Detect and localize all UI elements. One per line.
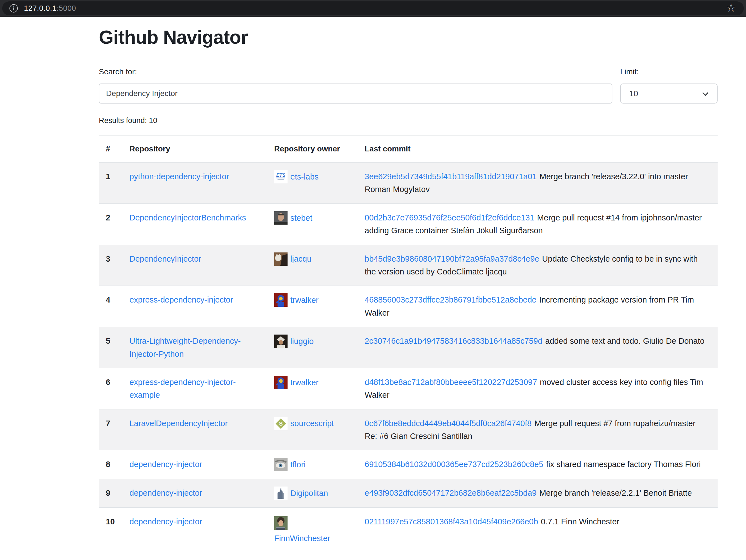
avatar-trwalker-lego-photo-icon — [274, 376, 288, 389]
table-row: 4 express-dependency-injector trwalker 4… — [99, 286, 718, 327]
page-content: Github Navigator Search for: Limit: 10 R… — [0, 17, 746, 553]
table-header-row: # Repository Repository owner Last commi… — [99, 136, 718, 163]
search-input[interactable] — [99, 84, 612, 104]
owner-link[interactable]: ets-labs — [290, 170, 319, 183]
repository-link[interactable]: python-dependency-injector — [130, 172, 229, 181]
owner-link[interactable]: trwalker — [290, 376, 319, 389]
commit-message: fix shared namespace factory Thomas Flor… — [546, 460, 701, 469]
table-row: 3 DependencyInjector ljacqu bb45d9e3b986… — [99, 245, 718, 286]
commit-hash-link[interactable]: bb45d9e3b98608047190bf72a95fa9a37d8c4e9e — [365, 255, 539, 263]
table-row: 2 DependencyInjectorBenchmarks stebet 00… — [99, 203, 718, 245]
limit-label: Limit: — [620, 67, 718, 76]
site-info-icon[interactable]: i — [9, 4, 18, 12]
repository-link[interactable]: express-dependency-injector-example — [130, 378, 236, 400]
owner-link[interactable]: FinnWinchester — [274, 534, 330, 543]
commit-hash-link[interactable]: 3ee629eb5d7349d55f41b119aff81dd219071a01 — [365, 172, 537, 181]
avatar-ets-labs-logo-icon: ETS — [274, 170, 288, 183]
repositories-table: # Repository Repository owner Last commi… — [99, 136, 718, 553]
commit-hash-link[interactable]: 2c30746c1a91b4947583416c833b1644a85c759d — [365, 336, 543, 346]
commit-hash-link[interactable]: 02111997e57c85801368f43a10d45f409e266e0b — [365, 517, 538, 526]
repository-link[interactable]: LaravelDependencyInjector — [130, 419, 228, 428]
column-header-repository: Repository — [130, 136, 274, 163]
commit-hash-link[interactable]: d48f13be8ac712abf80bbeeee5f120227d253097 — [365, 378, 537, 387]
avatar-trwalker-lego-photo-icon — [274, 293, 288, 307]
page-title: Github Navigator — [99, 26, 718, 48]
avatar-stebet-photo-icon — [274, 211, 288, 225]
table-row: 10 dependency-injector FinnWinchester 02… — [99, 508, 718, 553]
commit-hash-link[interactable]: 00d2b3c7e76935d76f25ee50f6d1f2ef6ddce131 — [365, 213, 535, 222]
owner-link[interactable]: trwalker — [290, 294, 319, 306]
url-text: 127.0.0.1:5000 — [24, 4, 76, 13]
table-row: 8 dependency-injector tflori 69105384b61… — [99, 450, 718, 479]
avatar-finnwinchester-photo-icon — [274, 516, 288, 530]
commit-hash-link[interactable]: 0c67f6be8eddcd4449eb4044f5df0ca26f4740f8 — [365, 419, 532, 428]
limit-group: Limit: 10 — [620, 67, 718, 104]
chevron-down-icon — [702, 90, 709, 96]
results-summary: Results found: 10 — [99, 116, 718, 125]
browser-toolbar: i 127.0.0.1:5000 ☆ — [0, 0, 746, 17]
column-header-last-commit: Last commit — [365, 136, 718, 163]
owner-link[interactable]: sourcescript — [290, 417, 334, 430]
table-row: 9 dependency-injector Digipolitan e493f9… — [99, 479, 718, 508]
commit-hash-link[interactable]: 468856003c273dffce23b86791fbbe512a8ebede — [365, 295, 536, 304]
commit-message: 0.7.1 Finn Winchester — [541, 517, 619, 526]
column-header-owner: Repository owner — [274, 136, 365, 163]
svg-text:ETS: ETS — [276, 173, 286, 178]
table-row: 6 express-dependency-injector-example tr… — [99, 368, 718, 409]
avatar-tflori-eye-photo-icon — [274, 458, 288, 471]
repository-link[interactable]: DependencyInjectorBenchmarks — [130, 213, 246, 222]
commit-message: Merge branch 'release/2.2.1' Benoit Bria… — [540, 489, 692, 497]
owner-link[interactable]: ljacqu — [290, 253, 312, 265]
repository-link[interactable]: DependencyInjector — [130, 255, 201, 263]
row-number: 8 — [99, 450, 130, 479]
avatar-liuggio-photo-icon — [274, 334, 288, 348]
row-number: 4 — [99, 286, 130, 327]
avatar-digipolitan-building-logo-icon — [274, 487, 288, 500]
owner-link[interactable]: Digipolitan — [290, 487, 328, 500]
bookmark-star-icon[interactable]: ☆ — [726, 2, 736, 13]
row-number: 7 — [99, 409, 130, 450]
search-label: Search for: — [99, 67, 612, 76]
commit-message: added some text and todo. Giulio De Dona… — [545, 336, 705, 346]
limit-selected-value: 10 — [629, 89, 638, 98]
row-number: 3 — [99, 245, 130, 286]
row-number: 10 — [99, 508, 130, 553]
row-number: 9 — [99, 479, 130, 508]
repository-link[interactable]: dependency-injector — [130, 517, 202, 526]
table-row: 7 LaravelDependencyInjector S sourcescri… — [99, 409, 718, 450]
owner-link[interactable]: stebet — [290, 211, 312, 224]
column-header-num: # — [99, 136, 130, 163]
limit-select[interactable]: 10 — [620, 84, 718, 104]
repository-link[interactable]: express-dependency-injector — [130, 295, 233, 304]
owner-link[interactable]: liuggio — [290, 335, 314, 348]
commit-hash-link[interactable]: e493f9032dfcd65047172b682e8b6eaf22c5bda9 — [365, 489, 537, 497]
search-group: Search for: — [99, 67, 612, 104]
avatar-ljacqu-cat-photo-icon — [274, 253, 288, 266]
repository-link[interactable]: dependency-injector — [130, 460, 202, 469]
address-bar[interactable]: i 127.0.0.1:5000 ☆ — [2, 1, 744, 15]
row-number: 1 — [99, 163, 130, 204]
table-row: 5 Ultra-Lightweight-Dependency-Injector-… — [99, 327, 718, 368]
repository-link[interactable]: Ultra-Lightweight-Dependency-Injector-Py… — [130, 336, 241, 358]
url-port: :5000 — [57, 4, 76, 12]
svg-text:S: S — [279, 420, 283, 427]
avatar-sourcescript-logo-icon: S — [274, 417, 288, 430]
repository-link[interactable]: dependency-injector — [130, 489, 202, 497]
table-row: 1 python-dependency-injector ETS ets-lab… — [99, 163, 718, 204]
commit-hash-link[interactable]: 69105384b61032d000365ee737cd2523b260c8e5 — [365, 460, 543, 469]
url-host: 127.0.0.1 — [24, 4, 57, 12]
search-controls: Search for: Limit: 10 — [99, 67, 718, 104]
row-number: 5 — [99, 327, 130, 368]
row-number: 2 — [99, 203, 130, 245]
row-number: 6 — [99, 368, 130, 409]
owner-link[interactable]: tflori — [290, 458, 306, 471]
